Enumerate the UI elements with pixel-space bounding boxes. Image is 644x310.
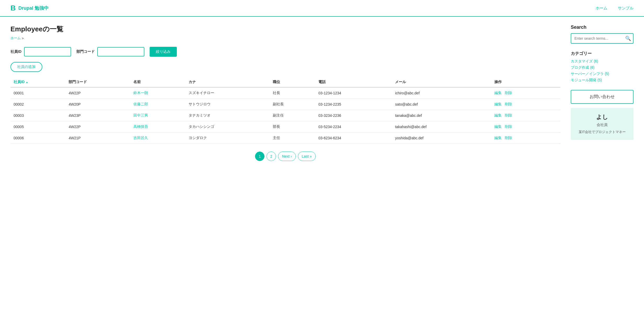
table-row: 00005 4W22P 高橋慎吾 タカハシシンゴ 部長 03-5234-2234… — [10, 121, 560, 133]
col-header-name: 名前 — [130, 77, 185, 87]
sidebar-category-item: モジュール開発 (5) — [571, 78, 634, 83]
cell-department-code: 4W23P — [65, 110, 130, 121]
cell-kana: スズキイチロー — [185, 87, 270, 99]
cell-phone: 03-3234-2236 — [315, 110, 392, 121]
edit-link[interactable]: 編集 — [494, 136, 502, 140]
drupal-logo-icon: B — [10, 4, 16, 12]
delete-link[interactable]: 削除 — [505, 91, 512, 95]
page-title: Employeeの一覧 — [10, 25, 560, 34]
cell-name: 高橋慎吾 — [130, 121, 185, 133]
cell-name: 田中三男 — [130, 110, 185, 121]
cell-position: 副社長 — [270, 99, 315, 110]
cell-action: 編集 削除 — [491, 133, 560, 144]
cell-employee-id: 00003 — [10, 110, 65, 121]
page-1-button[interactable]: 1 — [255, 152, 264, 161]
search-icon: 🔍 — [625, 36, 631, 41]
table-row: 00002 4W20P 佐藤二郎 サトウジロウ 副社長 03-1234-2235… — [10, 99, 560, 110]
cell-kana: タナカミツオ — [185, 110, 270, 121]
delete-link[interactable]: 削除 — [505, 124, 512, 129]
delete-link[interactable]: 削除 — [505, 136, 512, 140]
page-2-button[interactable]: 2 — [267, 152, 276, 161]
cell-position: 社長 — [270, 87, 315, 99]
main-container: Employeeの一覧 ホーム > 社員ID 部門コード 絞り込み 社員の追加 — [0, 17, 644, 169]
category-link[interactable]: カスタマイズ (6) — [571, 59, 598, 63]
sidebar-category-list: カスタマイズ (6)ブログ作成 (6)サーバー／インフラ (5)モジュール開発 … — [571, 59, 634, 83]
sidebar-card: よし 会社員 某IT会社でプロジェクトマネー — [571, 108, 634, 140]
edit-link[interactable]: 編集 — [494, 124, 502, 129]
category-link[interactable]: モジュール開発 (5) — [571, 78, 602, 82]
col-header-action: 操作 — [491, 77, 560, 87]
cell-department-code: 4W21P — [65, 133, 130, 144]
cell-phone: 03-6234-6234 — [315, 133, 392, 144]
col-header-department-code: 部門コード — [65, 77, 130, 87]
cell-employee-id: 00002 — [10, 99, 65, 110]
employee-id-label: 社員ID — [10, 49, 21, 54]
sidebar-card-name: よし — [576, 113, 628, 121]
table-row: 00001 4W22P 鈴木一朗 スズキイチロー 社長 03-1234-1234… — [10, 87, 560, 99]
cell-department-code: 4W22P — [65, 87, 130, 99]
category-link[interactable]: サーバー／インフラ (5) — [571, 72, 609, 76]
table-header: 社員ID ▲ 部門コード 名前 カナ 職位 電話 メール 操作 — [10, 77, 560, 87]
delete-link[interactable]: 削除 — [505, 102, 512, 106]
cell-name: 佐藤二郎 — [130, 99, 185, 110]
sort-arrow-icon: ▲ — [26, 81, 28, 84]
col-header-employee-id[interactable]: 社員ID ▲ — [10, 77, 65, 87]
cell-email: yoshida@abc.def — [392, 133, 491, 144]
department-code-filter-group: 部門コード — [76, 47, 144, 56]
add-employee-button[interactable]: 社員の追加 — [10, 62, 42, 72]
nav-home[interactable]: ホーム — [596, 6, 607, 11]
cell-email: sato@abc.def — [392, 99, 491, 110]
cell-kana: ヨシダロク — [185, 133, 270, 144]
cell-kana: サトウジロウ — [185, 99, 270, 110]
sidebar-category-title: カテゴリー — [571, 51, 634, 56]
cell-department-code: 4W20P — [65, 99, 130, 110]
breadcrumb-home[interactable]: ホーム — [10, 36, 21, 41]
cell-phone: 03-5234-2234 — [315, 121, 392, 133]
name-link[interactable]: 高橋慎吾 — [133, 124, 148, 129]
cell-action: 編集 削除 — [491, 99, 560, 110]
name-link[interactable]: 佐藤二郎 — [133, 102, 148, 106]
sidebar-category-item: ブログ作成 (6) — [571, 65, 634, 70]
sidebar-search-input[interactable] — [571, 33, 634, 44]
filter-button[interactable]: 絞り込み — [150, 47, 177, 57]
contact-button[interactable]: お問い合わせ — [571, 90, 634, 104]
search-icon-button[interactable]: 🔍 — [625, 36, 631, 41]
sidebar-category-item: カスタマイズ (6) — [571, 59, 634, 64]
pagination: 1 2 Next › Last » — [10, 152, 560, 161]
category-link[interactable]: ブログ作成 (6) — [571, 65, 595, 70]
sidebar-search-section: Search 🔍 — [571, 25, 634, 44]
cell-action: 編集 削除 — [491, 121, 560, 133]
cell-department-code: 4W22P — [65, 121, 130, 133]
content-area: Employeeの一覧 ホーム > 社員ID 部門コード 絞り込み 社員の追加 — [10, 25, 560, 161]
table-row: 00006 4W21P 吉田呂久 ヨシダロク 主任 03-6234-6234 y… — [10, 133, 560, 144]
breadcrumb: ホーム > — [10, 36, 560, 41]
col-header-position: 職位 — [270, 77, 315, 87]
delete-link[interactable]: 削除 — [505, 113, 512, 117]
col-header-kana: カナ — [185, 77, 270, 87]
cell-employee-id: 00001 — [10, 87, 65, 99]
sidebar-category-section: カテゴリー カスタマイズ (6)ブログ作成 (6)サーバー／インフラ (5)モジ… — [571, 51, 634, 83]
nav-sample[interactable]: サンプル — [618, 6, 634, 11]
department-code-input[interactable] — [97, 47, 144, 56]
cell-phone: 03-1234-1234 — [315, 87, 392, 99]
last-page-button[interactable]: Last » — [298, 152, 316, 161]
sidebar-card-desc: 某IT会社でプロジェクトマネー — [576, 129, 628, 135]
name-link[interactable]: 鈴木一朗 — [133, 91, 148, 95]
cell-employee-id: 00006 — [10, 133, 65, 144]
cell-phone: 03-1234-2235 — [315, 99, 392, 110]
edit-link[interactable]: 編集 — [494, 102, 502, 106]
header: B Drupal 勉強中 ホーム サンプル — [0, 0, 644, 17]
next-page-button[interactable]: Next › — [278, 152, 296, 161]
table-row: 00003 4W23P 田中三男 タナカミツオ 副主任 03-3234-2236… — [10, 110, 560, 121]
cell-employee-id: 00005 — [10, 121, 65, 133]
cell-action: 編集 削除 — [491, 110, 560, 121]
edit-link[interactable]: 編集 — [494, 91, 502, 95]
name-link[interactable]: 田中三男 — [133, 113, 148, 117]
filter-area: 社員ID 部門コード 絞り込み — [10, 47, 560, 57]
cell-email: tanaka@abc.def — [392, 110, 491, 121]
sidebar-search-title: Search — [571, 25, 634, 30]
breadcrumb-sep: > — [22, 36, 24, 40]
name-link[interactable]: 吉田呂久 — [133, 136, 148, 140]
employee-id-input[interactable] — [24, 47, 71, 56]
edit-link[interactable]: 編集 — [494, 113, 502, 117]
